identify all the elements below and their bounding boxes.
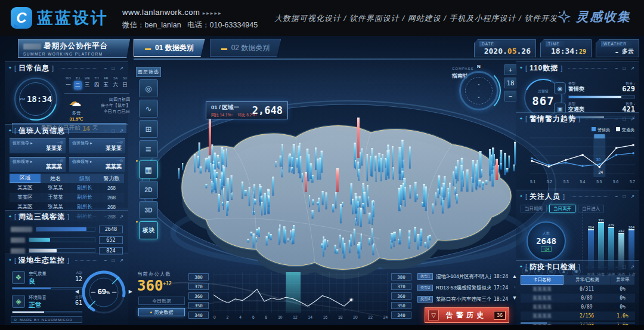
count-delta: ↑24	[541, 246, 552, 252]
office-count-value: 360+12	[137, 277, 172, 294]
y-axis-box: 380	[188, 273, 209, 280]
temperature: 31.5℃	[69, 116, 83, 122]
map-region-tooltip[interactable]: 01 / 区域一 同比 14.1%↑环比 6.2%↑ 2,648	[206, 101, 288, 119]
chart-icon[interactable]: ▦	[139, 161, 158, 178]
window-icon[interactable]: □	[110, 128, 116, 134]
window-icon[interactable]: □	[110, 214, 116, 220]
2d-button[interactable]: 2D	[139, 181, 158, 199]
minimize-icon[interactable]: −	[103, 214, 109, 220]
alert-text: 某路口有小汽车连闯三个红灯	[436, 296, 491, 303]
x-tick: 10	[278, 315, 282, 319]
gauge-left-arrow[interactable]: ◀	[75, 289, 79, 294]
y-axis-box: 350	[188, 302, 209, 309]
table-scrollbar[interactable]	[521, 322, 635, 324]
duty-table-row: 某某区张某某副所长268	[10, 183, 124, 193]
window-icon[interactable]: □	[110, 66, 116, 71]
map-zoom-out-button[interactable]: −	[504, 91, 516, 101]
grid-icon[interactable]: ⊞	[139, 120, 158, 138]
legend-item: 警情类	[592, 127, 610, 133]
panel-duty-info: ✦[值班人员信息]−□↗ 值班领导 ▸⋯◎某某某值班领导 ▸⋯◎某某某值班领导 …	[5, 124, 128, 208]
weekday-一: MO一	[64, 76, 72, 90]
x-tick: 5.6	[613, 180, 618, 184]
weather-widget: ☁ 多云 31.5℃	[64, 97, 88, 122]
expand-icon[interactable]: ↗	[118, 258, 125, 263]
focus-tab-2[interactable]: 当日离开	[549, 205, 575, 212]
3d-button[interactable]: 3D	[139, 201, 158, 219]
expand-icon[interactable]: ↗	[629, 264, 636, 270]
panel-passenger-flow: ✦[周边三线客流]−□↗ 2648652824	[5, 210, 128, 252]
window-icon[interactable]: □	[621, 66, 627, 71]
flow-bar-value: 652	[99, 236, 123, 244]
noise-icon: ◈	[12, 295, 25, 308]
alert-text: 湿地3-104片区有不明人员闯入	[436, 273, 491, 280]
alarm-history-label: 告警历史	[442, 310, 490, 320]
window-icon[interactable]: □	[110, 258, 116, 263]
alert-scroll-up[interactable]: ▲	[510, 272, 519, 280]
expand-icon[interactable]: ↗	[629, 116, 636, 122]
signal-icon[interactable]: ∿	[139, 100, 158, 118]
website-link[interactable]: www.lanlanwork.com	[122, 8, 200, 17]
blocks-button[interactable]: 板块	[139, 221, 158, 239]
topbar-divider	[134, 58, 639, 60]
site-header: C 蓝蓝设计 www.lanlanwork.com ▸▸▸▸▸ 微信：ben_l…	[0, 0, 644, 36]
history-data-button[interactable]: 历史数据	[138, 308, 185, 316]
alert-tag: 类型1	[417, 273, 433, 280]
alert-camera-icon: ◉	[554, 82, 566, 94]
time-seconds: 29	[579, 48, 586, 55]
window-icon[interactable]: □	[621, 264, 627, 270]
platform-subtitle: SUMMER WORKING PLATFORM	[23, 52, 125, 56]
trend-x-labels: 5.15.25.35.45.55.65.7	[530, 180, 635, 184]
alarm-history-banner[interactable]: ▽ 告警历史 36	[425, 307, 509, 323]
minimize-icon[interactable]: −	[614, 116, 620, 122]
minimize-icon[interactable]: −	[614, 66, 620, 71]
tab-data-category-2[interactable]: ▬02 数据类别	[210, 39, 281, 57]
expand-icon[interactable]: ↗	[118, 128, 125, 134]
redacted-line-label	[11, 238, 25, 243]
marker-icon[interactable]: ◎	[139, 79, 158, 97]
x-tick: 5.1	[530, 180, 535, 184]
duty-card: 值班领导 ▸⋯◎某某某	[69, 157, 125, 172]
weekday-六: SA六	[112, 76, 119, 90]
alert-tag: 类型4	[417, 296, 433, 303]
map-zoom-in-button[interactable]: +	[504, 64, 516, 75]
redacted-line-label	[11, 227, 32, 232]
tab-data-category-1[interactable]: ▬01 数据类别	[134, 39, 205, 57]
bar-value: 264	[584, 226, 597, 229]
today-data-button[interactable]: 今日数据	[138, 297, 185, 305]
expand-icon[interactable]: ↗	[118, 66, 125, 71]
alert-scroll-down[interactable]: ▼	[510, 294, 519, 302]
list-icon[interactable]: ≣	[139, 140, 158, 158]
inspiration-collect[interactable]: 灵感收集	[557, 8, 631, 25]
lunar-calendar: 闰四月初四庚子年【鼠年】辛巳月 己巳日	[92, 97, 130, 115]
x-tick: 0	[213, 315, 216, 319]
minimize-icon[interactable]: −	[614, 194, 620, 199]
alert-item[interactable]: 类型1湿地3-104片区有不明人员闯入18:24	[417, 272, 508, 281]
alert-time: 18:24	[494, 297, 508, 302]
duty-table-row: 某某区王某某副所长268	[10, 193, 124, 202]
analog-clock: PM18:34	[14, 78, 57, 121]
y-axis-box: 340	[391, 312, 411, 319]
focus-tab-1[interactable]: 当日期间	[521, 205, 547, 212]
minimize-icon[interactable]: −	[103, 66, 109, 71]
expand-icon[interactable]: ↗	[118, 214, 125, 220]
gauge-right-arrow[interactable]: ▶	[129, 289, 132, 294]
x-tick: 5.3	[564, 180, 569, 184]
alert-item[interactable]: 类型4某路口有小汽车连闯三个红灯18:24	[417, 295, 508, 304]
lunar-line: 辛巳月 己巳日	[92, 109, 130, 115]
data-tabs: ▬01 数据类别▬02 数据类别	[134, 39, 281, 58]
magic-star-icon	[557, 10, 571, 24]
minimize-icon[interactable]: −	[614, 264, 620, 270]
map-zoom-level: 18	[504, 78, 516, 88]
panel-checkpoint: ✦[防疫卡口检测]−□↗ 卡口名称异常/已检测异常率某某某某0/3110%某某某…	[516, 260, 639, 326]
duty-table-header: 区域姓名级别警力数	[10, 174, 124, 183]
expand-icon[interactable]: ↗	[629, 66, 636, 71]
alert-item[interactable]: 类型2RD13-53烟感报警疑似火灾17:24	[417, 283, 508, 292]
flow-bars: 2648652824	[8, 224, 125, 256]
minimize-icon[interactable]: −	[103, 128, 109, 134]
window-icon[interactable]: □	[621, 116, 627, 122]
checkpoint-row: 某某某某2/1561.6%	[521, 312, 635, 320]
expand-icon[interactable]: ↗	[629, 194, 636, 199]
minimize-icon[interactable]: −	[103, 258, 109, 263]
window-icon[interactable]: □	[621, 194, 627, 199]
checkpoint-row: 某某某某0/890%	[521, 303, 635, 312]
